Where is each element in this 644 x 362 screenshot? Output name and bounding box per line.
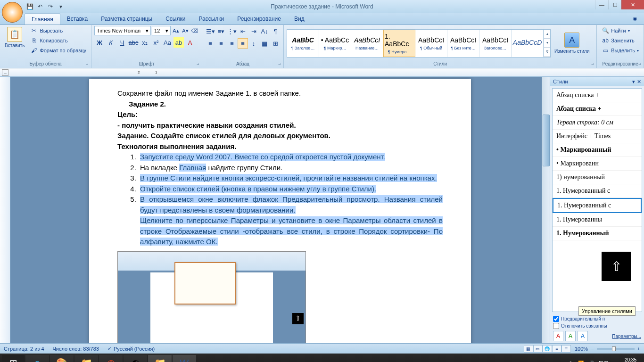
manage-styles-button[interactable]: A xyxy=(578,331,588,341)
new-style-button[interactable]: A xyxy=(553,331,563,341)
styles-gallery[interactable]: AaBbC¶ Заголов…• AaBbCc¶ Маркир…AaBbCcIН… xyxy=(287,29,551,58)
taskbar-app1[interactable]: ◉ xyxy=(99,355,123,362)
indent-button[interactable]: ⇥ xyxy=(248,26,259,36)
view-print-layout[interactable]: ▦ xyxy=(524,345,533,353)
view-fullscreen[interactable]: ▭ xyxy=(533,345,543,353)
subscript-button[interactable]: x₂ xyxy=(140,37,150,48)
show-marks-button[interactable]: ¶ xyxy=(270,26,281,36)
numbering-button[interactable]: ≡▾ xyxy=(216,26,226,36)
status-words[interactable]: Число слов: 83/783 xyxy=(53,346,99,352)
outdent-button[interactable]: ⇤ xyxy=(238,26,248,36)
taskbar-explorer[interactable]: 📁 xyxy=(74,355,98,362)
align-justify-button[interactable]: ≡ xyxy=(238,38,248,49)
gallery-scroll[interactable]: ▴▾⊽ xyxy=(544,30,550,57)
pane-close-icon[interactable]: ✕ xyxy=(637,79,641,85)
taskbar-word[interactable]: W xyxy=(173,355,196,362)
align-left-button[interactable]: ≡ xyxy=(205,38,215,49)
copy-button[interactable]: ⎘Копировать xyxy=(28,36,88,45)
clear-format-button[interactable]: ⌫ xyxy=(190,26,199,35)
pane-style-item[interactable]: 1. Нумерованный с xyxy=(553,198,642,213)
tab-selector[interactable]: ∟ xyxy=(2,69,8,76)
redo-icon[interactable]: ↷ xyxy=(46,2,55,11)
style-gallery-item[interactable]: AaBbCcI¶ Без инте… xyxy=(447,30,479,57)
help-icon[interactable]: ◉ xyxy=(630,13,640,25)
style-gallery-item[interactable]: • AaBbCc¶ Маркир… xyxy=(319,30,351,57)
ruler-vertical[interactable] xyxy=(0,77,10,343)
cut-button[interactable]: ✂Вырезать xyxy=(28,26,88,35)
document-area[interactable]: Сохраните файл под именем Задание 1. в с… xyxy=(10,77,550,343)
tab-view[interactable]: Вид xyxy=(288,13,311,25)
shading-button[interactable]: ▦ xyxy=(259,38,270,49)
pane-style-item[interactable]: • Маркированн xyxy=(553,157,642,171)
tab-mailings[interactable]: Рассылки xyxy=(192,13,231,25)
taskbar-ie[interactable]: e xyxy=(25,355,49,362)
close-button[interactable]: ✕ xyxy=(621,0,644,9)
underline-button[interactable]: Ч xyxy=(117,37,127,48)
disable-linked-checkbox[interactable]: Отключить связанны xyxy=(553,323,641,329)
style-gallery-item[interactable]: AaBbCcIНазвание… xyxy=(351,30,383,57)
paste-button[interactable]: 📋 Вставить xyxy=(3,26,26,49)
pane-style-item[interactable]: Тервая строка: 0 см xyxy=(553,116,642,130)
select-button[interactable]: ▭Выделить▾ xyxy=(600,46,641,55)
view-outline[interactable]: ≡ xyxy=(552,345,561,353)
change-styles-button[interactable]: A Изменить стили xyxy=(553,32,591,55)
pane-style-item[interactable]: 1) нумерованный xyxy=(553,171,642,184)
zoom-slider[interactable] xyxy=(597,348,635,350)
grow-font-button[interactable]: A▴ xyxy=(172,26,180,35)
bullets-button[interactable]: ☰▾ xyxy=(205,26,215,36)
multilevel-button[interactable]: ⋮▾ xyxy=(227,26,237,36)
change-case-button[interactable]: Aa xyxy=(162,37,173,48)
pane-style-item[interactable]: Интерфейс + Times xyxy=(553,130,642,143)
status-page[interactable]: Страница: 2 из 4 xyxy=(4,346,44,352)
scrollbar-vertical[interactable] xyxy=(542,77,550,343)
tray-volume-icon[interactable]: 🔊 xyxy=(588,361,594,362)
params-link[interactable]: Параметры... xyxy=(612,334,641,339)
taskbar-paint[interactable]: 🎨 xyxy=(50,355,74,362)
zoom-thumb[interactable] xyxy=(612,346,616,351)
zoom-level[interactable]: 100% xyxy=(575,346,588,352)
replace-button[interactable]: abЗаменить xyxy=(600,36,641,45)
align-right-button[interactable]: ≡ xyxy=(227,38,237,49)
style-gallery-item[interactable]: AaBbCcIЗаголово… xyxy=(479,30,512,57)
undo-icon[interactable]: ↶ xyxy=(36,2,44,11)
tab-insert[interactable]: Вставка xyxy=(60,13,95,25)
tab-review[interactable]: Рецензирование xyxy=(231,13,288,25)
italic-button[interactable]: К xyxy=(106,37,116,48)
preview-checkbox[interactable]: Предварительный п xyxy=(553,316,641,322)
superscript-button[interactable]: x² xyxy=(151,37,161,48)
taskbar-chrome[interactable]: ◐ xyxy=(124,355,147,362)
tray-up-icon[interactable]: ▴ xyxy=(562,361,564,362)
style-gallery-item[interactable]: 1. AaBbCc¶ Нумеро… xyxy=(383,30,415,57)
pane-style-item[interactable]: Абзац списка + xyxy=(553,89,642,102)
taskbar-folder[interactable]: 📁 xyxy=(148,355,172,362)
style-inspector-button[interactable]: A xyxy=(565,331,576,341)
maximize-button[interactable]: ☐ xyxy=(608,0,621,9)
align-center-button[interactable]: ≡ xyxy=(216,38,226,49)
style-gallery-item[interactable]: AaBbCcI¶ Обычный xyxy=(415,30,447,57)
font-family-select[interactable]: Times New Roman▾ xyxy=(94,26,151,35)
start-button[interactable]: ⊞ xyxy=(2,355,25,362)
view-draft[interactable]: ≣ xyxy=(561,345,571,353)
save-icon[interactable]: 💾 xyxy=(25,2,34,11)
office-button[interactable] xyxy=(2,2,23,23)
tab-home[interactable]: Главная xyxy=(25,13,60,25)
pane-style-item[interactable]: 1. Нумерованный xyxy=(553,227,642,240)
pane-dropdown-icon[interactable]: ▾ xyxy=(632,79,635,85)
view-web[interactable]: 🌐 xyxy=(543,345,552,353)
qat-custom-icon[interactable]: ▾ xyxy=(57,2,65,11)
shrink-font-button[interactable]: A▾ xyxy=(181,26,190,35)
tray-lang[interactable]: РУС xyxy=(599,361,608,362)
font-color-button[interactable]: A xyxy=(185,37,195,48)
line-spacing-button[interactable]: ↕ xyxy=(248,38,259,49)
minimize-button[interactable]: — xyxy=(595,0,608,9)
sort-button[interactable]: A↓ xyxy=(259,26,270,36)
pane-style-item[interactable]: Абзац списка + xyxy=(553,102,642,116)
tray-clock[interactable]: 20:35 14.10.2015 xyxy=(613,357,636,362)
pane-style-item[interactable]: 1. Нумерованный с xyxy=(553,184,642,198)
tab-references[interactable]: Ссылки xyxy=(159,13,192,25)
zoom-in-button[interactable]: + xyxy=(637,346,640,352)
strike-button[interactable]: abc xyxy=(128,37,139,48)
tab-layout[interactable]: Разметка страницы xyxy=(94,13,159,25)
scrollbar-thumb[interactable] xyxy=(543,115,550,166)
font-size-select[interactable]: 12▾ xyxy=(152,26,171,35)
